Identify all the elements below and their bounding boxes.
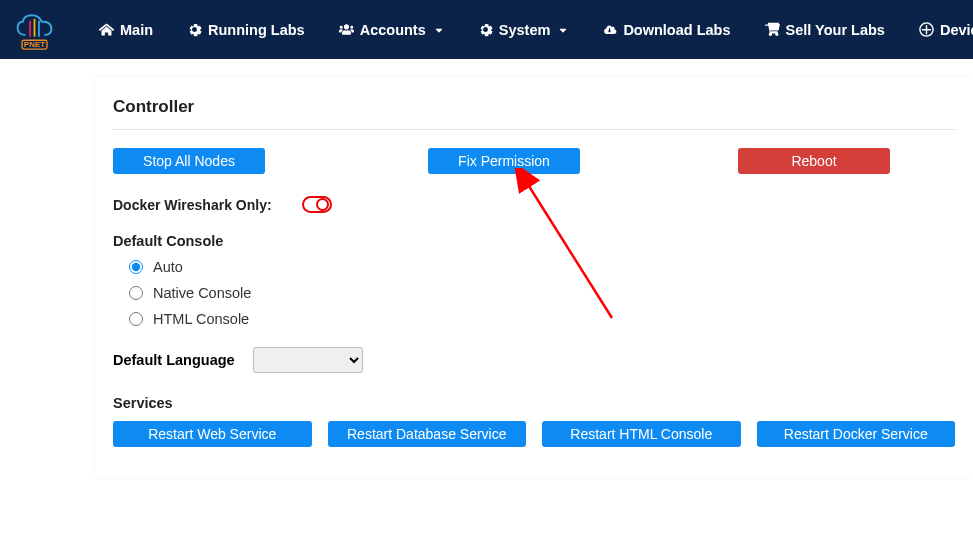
console-radio-native[interactable] [129,286,143,300]
plus-circle-icon [919,22,934,37]
home-icon [99,22,114,37]
default-language-select[interactable] [253,347,363,373]
controller-panel: Controller Stop All Nodes Fix Permission… [95,77,973,477]
nav-sell-labs-label: Sell Your Labs [786,22,885,38]
caret-down-icon [434,25,444,35]
restart-web-button[interactable]: Restart Web Service [113,421,312,447]
nav-devices-label: Devices [940,22,973,38]
docker-wireshark-row: Docker Wireshark Only: [113,196,955,213]
fix-permission-button[interactable]: Fix Permission [428,148,580,174]
restart-html-button[interactable]: Restart HTML Console [542,421,741,447]
services-label: Services [113,395,955,411]
nav-running-labs[interactable]: Running Labs [175,14,317,46]
reboot-button[interactable]: Reboot [738,148,890,174]
console-radio-html-label: HTML Console [153,311,249,327]
default-language-label: Default Language [113,352,235,368]
console-radio-html[interactable] [129,312,143,326]
console-radio-auto[interactable] [129,260,143,274]
action-button-row: Stop All Nodes Fix Permission Reboot [113,148,955,174]
caret-down-icon [558,25,568,35]
cogs-icon [187,22,202,37]
nav-main-label: Main [120,22,153,38]
nav-system-label: System [499,22,551,38]
nav-running-labs-label: Running Labs [208,22,305,38]
default-console-group: Auto Native Console HTML Console [113,259,955,327]
nav-main[interactable]: Main [87,14,165,46]
cloud-download-icon [602,22,617,37]
console-option-auto[interactable]: Auto [129,259,955,275]
stop-all-nodes-button[interactable]: Stop All Nodes [113,148,265,174]
default-language-row: Default Language [113,347,955,373]
services-button-row: Restart Web Service Restart Database Ser… [113,421,955,447]
panel-title: Controller [113,97,955,130]
nav-accounts[interactable]: Accounts [327,14,456,46]
cog-icon [478,22,493,37]
console-option-html[interactable]: HTML Console [129,311,955,327]
cart-icon [765,22,780,37]
console-radio-native-label: Native Console [153,285,251,301]
nav-system[interactable]: System [466,14,581,46]
users-icon [339,22,354,37]
svg-text:PNET: PNET [24,40,45,49]
docker-wireshark-label: Docker Wireshark Only: [113,197,272,213]
nav-download-labs-label: Download Labs [623,22,730,38]
nav-accounts-label: Accounts [360,22,426,38]
console-radio-auto-label: Auto [153,259,183,275]
nav-devices[interactable]: Devices [907,14,973,46]
nav-download-labs[interactable]: Download Labs [590,14,742,46]
docker-wireshark-toggle[interactable] [302,196,332,213]
nav-sell-labs[interactable]: Sell Your Labs [753,14,897,46]
default-console-label: Default Console [113,233,955,249]
restart-docker-button[interactable]: Restart Docker Service [757,421,956,447]
navbar: PNET Main Running Labs Accounts System D… [0,0,973,59]
logo: PNET [12,10,57,50]
restart-db-button[interactable]: Restart Database Service [328,421,527,447]
console-option-native[interactable]: Native Console [129,285,955,301]
